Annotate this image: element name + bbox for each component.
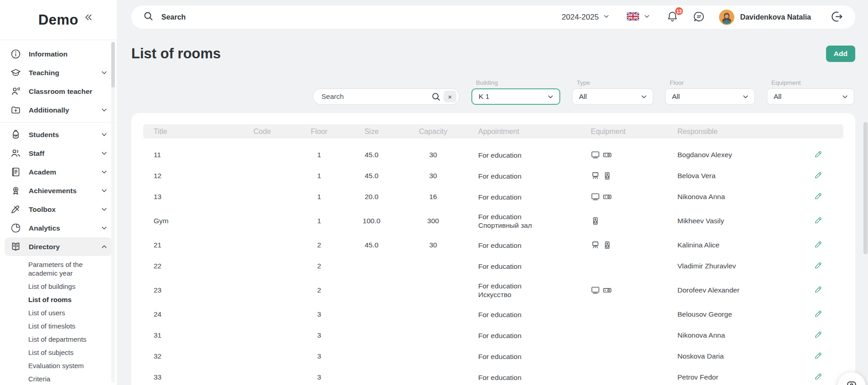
monitor-icon xyxy=(591,192,600,201)
page-scrollbar-thumb[interactable] xyxy=(863,122,868,254)
sidebar-subitem-list-of-users[interactable]: List of users xyxy=(0,306,117,319)
column-header-equipment: Equipment xyxy=(591,128,677,136)
pie-chart-icon xyxy=(10,222,22,234)
edit-room-button[interactable] xyxy=(814,192,822,202)
edit-room-button[interactable] xyxy=(814,261,822,271)
sidebar-item-directory[interactable]: Directory xyxy=(5,237,112,256)
pencil-icon xyxy=(814,372,822,382)
sidebar-subitem-list-of-departments[interactable]: List of departments xyxy=(0,333,117,346)
global-search-input[interactable] xyxy=(160,13,352,22)
sidebar-header: Demo xyxy=(0,0,117,40)
room-title: 32 xyxy=(143,352,253,360)
room-size: 45.0 xyxy=(346,241,398,249)
table-row: 243For educationBelousov George xyxy=(143,304,843,325)
equipment-filter-select[interactable]: All xyxy=(767,88,854,105)
edit-room-button[interactable] xyxy=(814,240,822,250)
notifications-button[interactable]: 13 xyxy=(666,10,678,24)
room-floor: 1 xyxy=(293,151,346,159)
room-responsible: Mikheev Vasily xyxy=(677,217,801,225)
rooms-search-input[interactable] xyxy=(320,92,431,101)
messages-button[interactable] xyxy=(693,10,705,24)
sidebar-item-academ[interactable]: Academ xyxy=(5,163,112,181)
sidebar-scrollbar[interactable] xyxy=(111,42,115,383)
edit-room-button[interactable] xyxy=(814,351,822,361)
sidebar-item-information[interactable]: Information xyxy=(5,45,112,63)
chevron-down-icon xyxy=(101,69,108,76)
sidebar-subitem-list-of-subjects[interactable]: List of subjects xyxy=(0,346,117,359)
sidebar-item-analytics[interactable]: Analytics xyxy=(5,219,112,237)
chevron-down-icon xyxy=(101,107,108,113)
chevron-down-icon xyxy=(101,131,108,138)
sidebar-item-toolbox[interactable]: Toolbox xyxy=(5,200,112,219)
page-header: List of rooms Add xyxy=(131,46,855,62)
table-row: 11145.030For educationBogdanov Alexey xyxy=(143,144,843,165)
edit-room-button[interactable] xyxy=(814,216,822,226)
sidebar-subitem-list-of-rooms[interactable]: List of rooms xyxy=(0,293,117,306)
notifications-badge: 13 xyxy=(675,7,683,15)
pencil-icon xyxy=(814,150,822,160)
edit-room-button[interactable] xyxy=(814,171,822,181)
type-filter-select[interactable]: All xyxy=(572,88,653,105)
add-room-button[interactable]: Add xyxy=(826,46,855,62)
sidebar-subitem-parameters-of-the-academic-year[interactable]: Parameters of the academic year xyxy=(0,258,117,280)
clear-search-button[interactable]: × xyxy=(444,91,456,103)
logout-button[interactable] xyxy=(831,10,843,24)
building-filter-label: Building xyxy=(471,79,560,86)
global-search xyxy=(143,11,562,23)
academic-year-value: 2024-2025 xyxy=(562,13,599,22)
sidebar-collapse-button[interactable] xyxy=(84,13,93,23)
sidebar-item-additionally[interactable]: Additionally xyxy=(5,101,112,119)
room-title: Gym xyxy=(143,217,253,225)
room-appointment: For education xyxy=(469,262,591,271)
uk-flag-icon xyxy=(627,12,639,22)
table-row: 21245.030For educationKalinina Alice xyxy=(143,235,843,256)
room-equipment xyxy=(591,241,677,250)
sidebar-scrollbar-thumb[interactable] xyxy=(111,42,115,87)
folder-plus-icon xyxy=(10,104,22,116)
type-filter-label: Type xyxy=(572,79,653,86)
edit-room-button[interactable] xyxy=(814,330,822,340)
sidebar-item-achievements[interactable]: Achievements xyxy=(5,181,112,200)
sidebar-item-classroom-teacher[interactable]: Classroom teacher xyxy=(5,82,112,101)
room-appointment: For education xyxy=(469,241,591,250)
floor-filter: Floor All xyxy=(665,79,755,105)
contact-card-icon xyxy=(846,380,858,385)
room-floor: 3 xyxy=(293,331,346,339)
floor-filter-select[interactable]: All xyxy=(665,88,755,105)
building-filter-select[interactable]: K 1 xyxy=(471,88,560,105)
close-icon: × xyxy=(448,93,452,101)
sidebar-item-label: Analytics xyxy=(29,224,101,232)
sidebar-subitem-evaluation-system[interactable]: Evaluation system xyxy=(0,359,117,372)
pencil-icon xyxy=(814,285,822,295)
page-scrollbar[interactable] xyxy=(863,122,868,385)
edit-room-button[interactable] xyxy=(814,150,822,160)
sidebar-item-staff[interactable]: Staff xyxy=(5,144,112,163)
sidebar-item-teaching[interactable]: Teaching xyxy=(5,63,112,82)
room-title: 11 xyxy=(143,151,253,159)
board-icon xyxy=(591,241,600,250)
table-row: 313For educationNikonova Anna xyxy=(143,325,843,346)
search-icon[interactable] xyxy=(431,92,441,102)
user-avatar[interactable] xyxy=(719,10,734,25)
user-name[interactable]: Davidenkova Natalia xyxy=(740,13,811,21)
academic-year-selector[interactable]: 2024-2025 xyxy=(562,13,610,22)
room-appointment: For educationИскусство xyxy=(469,282,591,299)
edit-room-button[interactable] xyxy=(814,285,822,295)
room-responsible: Petrov Fedor xyxy=(677,373,801,381)
edit-room-button[interactable] xyxy=(814,309,822,319)
bell-icon xyxy=(666,17,678,24)
sidebar-subitem-criteria[interactable]: Criteria xyxy=(0,372,117,385)
edit-room-button[interactable] xyxy=(814,372,822,382)
sidebar-item-label: Classroom teacher xyxy=(29,87,108,96)
sidebar-menu: InformationTeachingClassroom teacherAddi… xyxy=(0,40,117,385)
pencil-icon xyxy=(814,240,822,250)
sidebar-subitem-list-of-buildings[interactable]: List of buildings xyxy=(0,280,117,293)
chevron-down-icon xyxy=(101,187,108,194)
sidebar-subitem-list-of-timeslots[interactable]: List of timeslots xyxy=(0,319,117,333)
language-selector[interactable] xyxy=(627,12,650,22)
room-responsible: Noskova Daria xyxy=(677,352,801,360)
room-title: 33 xyxy=(143,373,253,381)
sidebar-item-students[interactable]: Students xyxy=(5,125,112,144)
pencil-icon xyxy=(814,171,822,181)
table-row: Gym1100.0300For educationСпортивный залM… xyxy=(143,207,843,235)
